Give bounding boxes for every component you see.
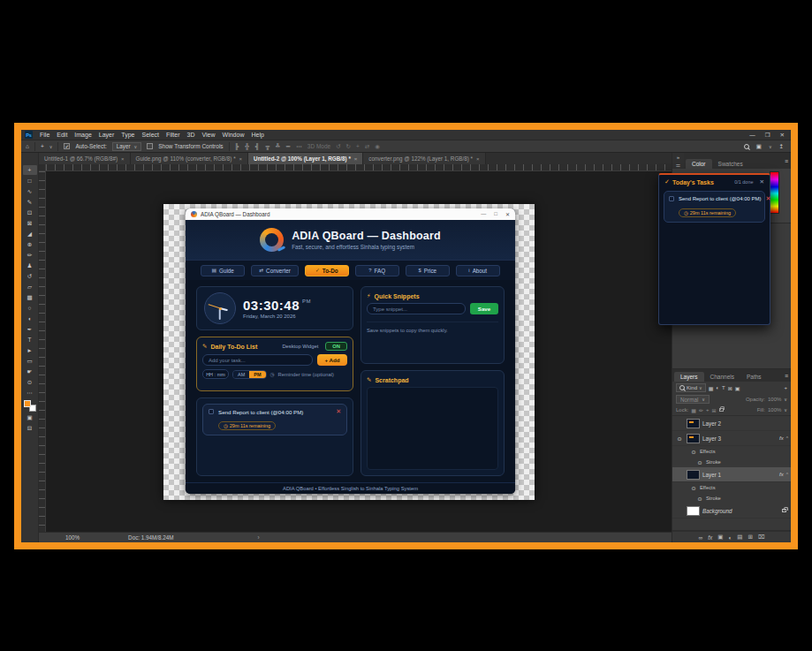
delete-task-icon[interactable]: ✕ xyxy=(336,408,341,415)
rectangular-marquee-tool[interactable]: □ xyxy=(23,176,37,185)
frame-tool[interactable]: ⊠ xyxy=(23,218,37,228)
search-icon[interactable] xyxy=(744,144,749,149)
pen-tool[interactable]: ✒ xyxy=(23,324,37,334)
tab-layers[interactable]: Layers xyxy=(674,372,704,382)
tab-channels[interactable]: Channels xyxy=(704,372,740,382)
app-minimize-icon[interactable]: — xyxy=(481,211,486,217)
new-group-icon[interactable]: ▤ xyxy=(737,534,742,541)
layer-thumbnail[interactable] xyxy=(687,434,700,443)
layer-fx-badge[interactable]: fx xyxy=(779,472,784,477)
layer-row-background[interactable]: Background xyxy=(672,503,791,519)
lock-artboard-icon[interactable]: ⊞ xyxy=(712,407,717,413)
fill-value[interactable]: 100% xyxy=(768,407,781,413)
filter-adjustment-layers-icon[interactable]: ◐ xyxy=(716,385,719,391)
widget-task-checkbox[interactable] xyxy=(669,196,674,201)
move-tool[interactable]: + xyxy=(23,165,37,175)
menu-select[interactable]: Select xyxy=(142,130,159,140)
menu-type[interactable]: Type xyxy=(121,130,134,140)
restore-window-icon[interactable]: ❐ xyxy=(765,132,770,139)
close-tab-icon[interactable]: × xyxy=(239,156,243,162)
eraser-tool[interactable]: ▱ xyxy=(23,282,37,291)
nav-converter-button[interactable]: ⇄ Converter xyxy=(251,265,299,276)
snippet-input[interactable]: Type snippet... xyxy=(367,303,466,314)
tab-guide-png[interactable]: Guide.png @ 110% (converter, RGB/8) * × xyxy=(131,153,249,164)
menu-filter[interactable]: Filter xyxy=(166,130,180,140)
eyedropper-tool[interactable]: ◢ xyxy=(23,229,37,238)
menu-view[interactable]: View xyxy=(202,130,216,140)
menu-window[interactable]: Window xyxy=(223,130,245,140)
widget-on-toggle[interactable]: ON xyxy=(325,342,347,351)
distribute-top-icon[interactable]: ╦ xyxy=(265,143,270,149)
visibility-toggle[interactable]: ⊙ xyxy=(696,496,703,502)
canvas[interactable]: ADIA QBoard — Dashboard — □ ✕ ADIA QBoar… xyxy=(39,164,672,532)
menu-file[interactable]: File xyxy=(40,130,49,140)
align-left-icon[interactable]: ╠ xyxy=(235,143,240,149)
layer-thumbnail[interactable] xyxy=(687,419,700,428)
lock-all-icon[interactable] xyxy=(719,408,724,412)
reminder-time-input[interactable]: HH : mm xyxy=(202,369,229,379)
layer-row-layer3[interactable]: ⊙ Layer 3 fx ^ xyxy=(672,431,791,446)
zoom-tool[interactable]: ⊙ xyxy=(23,377,37,387)
opacity-value[interactable]: 100% xyxy=(768,397,781,402)
menu-image[interactable]: Image xyxy=(74,130,91,140)
lock-pixels-icon[interactable]: ✏ xyxy=(699,407,703,413)
nav-guide-button[interactable]: ▤ Guide xyxy=(201,265,245,276)
app-close-icon[interactable]: ✕ xyxy=(505,211,510,217)
lock-transparency-icon[interactable]: ▦ xyxy=(691,407,696,413)
distribute-horizontal-icon[interactable]: ═ xyxy=(286,143,292,149)
filter-pin-icon[interactable]: + xyxy=(784,385,787,390)
distribute-bottom-icon[interactable]: ╩ xyxy=(276,143,281,149)
pm-toggle[interactable]: PM xyxy=(249,371,265,378)
layer-thumbnail[interactable] xyxy=(687,506,700,516)
align-right-icon[interactable]: ╣ xyxy=(255,143,261,149)
blur-tool[interactable]: ○ xyxy=(23,303,37,313)
shape-tool[interactable]: ▭ xyxy=(23,356,37,366)
layer-row-layer1-selected[interactable]: Layer 1 fx ^ xyxy=(672,467,791,482)
more-align-options-icon[interactable]: ⋯ xyxy=(296,143,302,150)
align-center-icon[interactable]: ╬ xyxy=(245,143,250,149)
add-task-button[interactable]: + Add xyxy=(317,354,347,366)
widget-delete-task-icon[interactable]: ✕ xyxy=(765,195,770,202)
task-checkbox[interactable] xyxy=(209,409,214,414)
layer-fx-badge[interactable]: fx xyxy=(779,435,784,441)
new-layer-icon[interactable]: ⊞ xyxy=(748,534,753,541)
save-snippet-button[interactable]: Save xyxy=(470,303,498,314)
tab-untitled-1[interactable]: Untitled-1 @ 66.7% (RGB/8#) × xyxy=(39,153,131,164)
tab-color[interactable]: Color xyxy=(686,159,712,169)
layer-style-icon[interactable]: fx xyxy=(708,534,712,541)
app-maximize-icon[interactable]: □ xyxy=(494,211,497,217)
scratchpad-textarea[interactable] xyxy=(367,387,498,470)
auto-select-checkbox[interactable]: ✓ xyxy=(64,143,70,149)
close-tab-icon[interactable]: × xyxy=(121,156,125,162)
visibility-toggle[interactable]: ⊙ xyxy=(690,449,697,455)
layer-row-layer2[interactable]: Layer 2 xyxy=(672,416,791,431)
workspace-icon[interactable]: ▣ xyxy=(756,143,762,150)
tab-paths[interactable]: Paths xyxy=(740,372,768,382)
am-toggle[interactable]: AM xyxy=(233,371,249,378)
tab-swatches[interactable]: Swatches xyxy=(712,159,749,169)
show-transform-checkbox[interactable]: ✓ xyxy=(147,143,153,149)
foreground-color-swatch[interactable] xyxy=(24,400,31,407)
adjustment-layer-icon[interactable]: ◐ xyxy=(728,534,732,541)
blend-mode-dropdown[interactable]: Normal ∨ xyxy=(676,395,710,404)
menu-layer[interactable]: Layer xyxy=(99,130,115,140)
layer-thumbnail[interactable] xyxy=(687,470,700,480)
dodge-tool[interactable]: ◖ xyxy=(23,314,37,323)
nav-price-button[interactable]: $ Price xyxy=(406,265,450,276)
type-tool[interactable]: T xyxy=(23,335,37,344)
layer-mask-icon[interactable]: ▣ xyxy=(717,534,723,541)
move-tool-preset-icon[interactable]: + xyxy=(41,143,44,149)
visibility-toggle[interactable]: ⊙ xyxy=(696,459,703,466)
panel-menu-icon[interactable]: ≡ xyxy=(782,158,791,164)
hue-spectrum-slider[interactable] xyxy=(770,171,779,214)
filter-shape-layers-icon[interactable]: ⊠ xyxy=(728,385,732,391)
tool-preset-caret-icon[interactable]: ∨ xyxy=(49,144,53,149)
nav-faq-button[interactable]: ? FAQ xyxy=(355,265,399,276)
tab-untitled-2[interactable]: Untitled-2 @ 100% (Layer 1, RGB/8) * × xyxy=(248,153,363,164)
collapse-panels-icon[interactable]: » xyxy=(677,155,679,160)
home-icon[interactable]: ⌂ xyxy=(26,143,29,149)
auto-select-dropdown[interactable]: Layer ∨ xyxy=(112,142,141,151)
collapse-effects-icon[interactable]: ^ xyxy=(786,435,788,441)
menu-3d[interactable]: 3D xyxy=(187,130,195,140)
quick-mask-icon[interactable]: ▣ xyxy=(23,413,37,422)
